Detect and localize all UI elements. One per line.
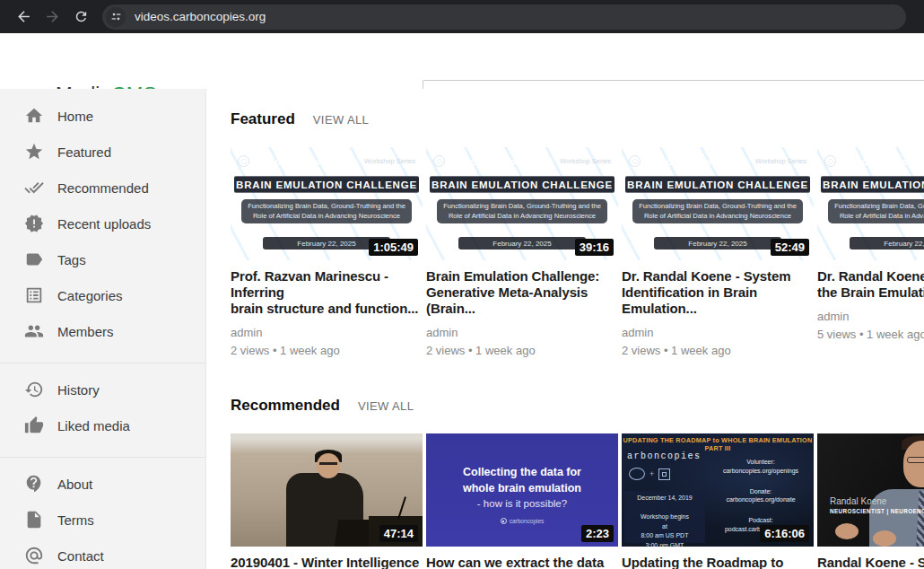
section-title-featured: Featured bbox=[231, 110, 295, 128]
video-thumbnail[interactable]: 47:14 bbox=[231, 433, 423, 547]
duration-badge: 47:14 bbox=[379, 525, 418, 542]
duration-badge: 52:49 bbox=[771, 239, 809, 256]
video-thumbnail[interactable]: Collecting the data for whole brain emul… bbox=[426, 433, 618, 547]
back-icon[interactable] bbox=[9, 3, 38, 31]
browser-chrome: videos.carboncopies.org bbox=[0, 0, 924, 33]
sidebar-item-categories[interactable]: Categories bbox=[0, 277, 205, 313]
double-check-icon bbox=[24, 178, 44, 197]
video-meta: 2 views • 1 week ago bbox=[426, 344, 618, 357]
video-title[interactable]: How can we extract the data needed for W… bbox=[426, 555, 618, 569]
video-card: UPDATING THE ROADMAP to WHOLE BRAIN EMUL… bbox=[622, 433, 814, 569]
duration-badge: 6:16:06 bbox=[760, 525, 809, 542]
video-thumbnail[interactable]: carboncopiesWorkshop Series BRAIN EMULAT… bbox=[622, 147, 814, 260]
sidebar-item-about[interactable]: About bbox=[0, 466, 205, 502]
sidebar-item-terms[interactable]: Terms bbox=[0, 502, 205, 538]
video-meta: 2 views • 1 week ago bbox=[622, 344, 814, 357]
sidebar-item-recommended[interactable]: Recommended bbox=[0, 170, 205, 206]
new-releases-icon bbox=[24, 214, 44, 233]
thumb-title: BRAIN EMULATION CHALLENGE bbox=[821, 176, 924, 193]
video-card: carboncopiesWorkshop Series BRAIN EMULAT… bbox=[622, 147, 814, 357]
thumb-up-icon bbox=[24, 416, 44, 435]
carboncopies-logo-icon bbox=[433, 155, 445, 167]
history-icon bbox=[24, 380, 44, 399]
video-card: carboncopiesWorkshop Series BRAIN EMULAT… bbox=[231, 147, 423, 357]
video-title[interactable]: Dr. Randal Koene - System Identification… bbox=[622, 268, 814, 317]
section-title-recommended: Recommended bbox=[231, 397, 340, 415]
video-title[interactable]: Updating the Roadmap to Whole Brain Emul… bbox=[622, 555, 814, 569]
featured-view-all-link[interactable]: VIEW ALL bbox=[313, 113, 369, 127]
carboncopies-logo-icon bbox=[629, 155, 641, 167]
featured-section: Featured VIEW ALL carboncopiesWorkshop S… bbox=[231, 110, 924, 357]
video-thumbnail[interactable]: Randal Koene NEUROSCIENTIST | NEUROENG bbox=[817, 433, 924, 547]
thumb-subtitle: Functionalizing Brain Data, Ground-Truth… bbox=[632, 199, 803, 223]
sidebar-divider bbox=[0, 457, 205, 458]
sidebar-item-members[interactable]: Members bbox=[0, 313, 205, 349]
thumb-date: February 22, 2025 bbox=[458, 237, 586, 249]
home-icon bbox=[24, 106, 44, 126]
thumb-date: February 22, 2025 bbox=[654, 237, 781, 249]
thumb-title: BRAIN EMULATION CHALLENGE bbox=[625, 176, 810, 193]
thumb-subtitle: Functionalizing Brain Data, Ground-Truth… bbox=[437, 199, 607, 223]
address-bar[interactable]: videos.carboncopies.org bbox=[102, 4, 906, 30]
refresh-icon[interactable] bbox=[66, 3, 95, 31]
chip-icon bbox=[658, 468, 670, 480]
brain-icon bbox=[629, 468, 645, 480]
thumb-title: BRAIN EMULATION CHALLENGE bbox=[234, 176, 419, 193]
video-card: carboncopiesWorkshop Series BRAIN EMULAT… bbox=[817, 147, 924, 357]
video-card: Randal Koene NEUROSCIENTIST | NEUROENG R… bbox=[817, 433, 924, 569]
video-meta: 5 views • 1 week ago bbox=[817, 328, 924, 341]
recommended-section: Recommended VIEW ALL 47:14 20190401 - Wi… bbox=[231, 397, 924, 569]
thumb-caption: Randal Koene NEUROSCIENTIST | NEUROENG bbox=[830, 496, 924, 514]
video-author[interactable]: admin bbox=[622, 326, 814, 339]
video-author[interactable]: admin bbox=[231, 326, 423, 339]
video-card: 47:14 20190401 - Winter Intelligence Con… bbox=[231, 433, 423, 569]
star-icon bbox=[24, 142, 44, 162]
video-meta: 2 views • 1 week ago bbox=[231, 344, 423, 357]
video-title[interactable]: Prof. Razvan Marinescu - Inferring brain… bbox=[231, 268, 423, 317]
url-text[interactable]: videos.carboncopies.org bbox=[135, 10, 266, 23]
sidebar: Home Featured Recommended Recent uploads… bbox=[0, 89, 206, 569]
sidebar-divider bbox=[0, 363, 205, 363]
video-title[interactable]: Randal Koene - Sub Independent Minds bbox=[817, 555, 924, 569]
video-card: Collecting the data for whole brain emul… bbox=[426, 433, 618, 569]
sidebar-item-liked-media[interactable]: Liked media bbox=[0, 407, 205, 443]
video-title[interactable]: Brain Emulation Challenge: Generative Me… bbox=[426, 268, 618, 317]
document-icon bbox=[24, 510, 44, 530]
sidebar-item-tags[interactable]: Tags bbox=[0, 241, 205, 277]
app-header: MediaCMS bbox=[0, 33, 924, 89]
video-card: carboncopiesWorkshop Series BRAIN EMULAT… bbox=[426, 147, 618, 357]
sidebar-item-home[interactable]: Home bbox=[0, 98, 205, 134]
duration-badge: 2:23 bbox=[581, 525, 614, 542]
video-author[interactable]: admin bbox=[817, 310, 924, 323]
duration-badge: 1:05:49 bbox=[369, 239, 418, 256]
video-thumbnail[interactable]: carboncopiesWorkshop Series BRAIN EMULAT… bbox=[426, 147, 618, 260]
carboncopies-logo-icon bbox=[824, 155, 836, 167]
at-sign-icon bbox=[24, 546, 44, 565]
video-title[interactable]: 20190401 - Winter Intelligence Conferenc… bbox=[231, 555, 423, 569]
video-thumbnail[interactable]: UPDATING THE ROADMAP to WHOLE BRAIN EMUL… bbox=[622, 433, 814, 547]
recommended-view-all-link[interactable]: VIEW ALL bbox=[358, 399, 414, 413]
sidebar-item-recent-uploads[interactable]: Recent uploads bbox=[0, 206, 205, 241]
list-icon bbox=[24, 285, 44, 305]
carboncopies-logo-icon bbox=[238, 155, 249, 167]
video-thumbnail[interactable]: carboncopiesWorkshop Series BRAIN EMULAT… bbox=[817, 147, 924, 260]
tag-icon bbox=[24, 249, 44, 269]
duration-badge: 39:16 bbox=[575, 239, 614, 256]
main-content: Featured VIEW ALL carboncopiesWorkshop S… bbox=[206, 89, 924, 569]
thumb-subtitle: Functionalizing Brain Data, Ground-Truth… bbox=[828, 199, 924, 223]
thumb-subtitle: Functionalizing Brain Data, Ground-Truth… bbox=[241, 199, 412, 223]
sidebar-item-history[interactable]: History bbox=[0, 372, 205, 407]
sidebar-item-featured[interactable]: Featured bbox=[0, 134, 205, 170]
thumb-date: February 22, 2025 bbox=[850, 237, 924, 249]
sidebar-item-contact[interactable]: Contact bbox=[0, 538, 205, 569]
thumb-title: BRAIN EMULATION CHALLENGE bbox=[430, 176, 615, 193]
video-title[interactable]: Dr. Randal Koene - the Brain Emulation..… bbox=[817, 268, 924, 301]
site-settings-icon[interactable] bbox=[106, 7, 126, 27]
video-author[interactable]: admin bbox=[426, 326, 618, 339]
carboncopies-logo-icon bbox=[501, 518, 507, 524]
forward-icon[interactable] bbox=[38, 3, 66, 31]
help-bubble-icon bbox=[24, 474, 44, 494]
people-icon bbox=[24, 321, 44, 341]
video-thumbnail[interactable]: carboncopiesWorkshop Series BRAIN EMULAT… bbox=[231, 147, 423, 260]
